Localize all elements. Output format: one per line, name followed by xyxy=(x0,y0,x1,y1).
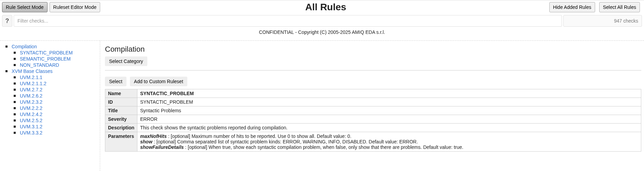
bullet-icon xyxy=(14,113,16,115)
tree-item-label: UVM.2.4.2 xyxy=(20,112,42,117)
rule-tree: Compilation SYNTACTIC_PROBLEM SEMANTIC_P… xyxy=(2,43,100,136)
bullet-icon xyxy=(14,95,16,97)
tree-item[interactable]: UVM.2.1.1.2 xyxy=(2,80,100,87)
tree-item[interactable]: UVM.2.2.2 xyxy=(2,105,100,111)
rule-detail-table: Name SYNTACTIC_PROBLEM ID SYNTACTIC_PROB… xyxy=(105,89,641,152)
bullet-icon xyxy=(5,46,8,48)
tree-item[interactable]: UVM.2.5.2 xyxy=(2,117,100,124)
checks-count: 947 checks xyxy=(563,15,642,27)
bullet-icon xyxy=(14,119,16,122)
td-parameters: maxNofHits : [optional] Maximum number o… xyxy=(137,132,641,152)
tree-item-label: UVM.2.7.2 xyxy=(20,87,42,92)
main: Compilation SYNTACTIC_PROBLEM SEMANTIC_P… xyxy=(0,41,644,171)
tree-item-label: NON_STANDARD xyxy=(20,62,59,68)
tree-item[interactable]: UVM.2.7.2 xyxy=(2,87,100,93)
tree-item[interactable]: UVM.2.6.2 xyxy=(2,93,100,99)
param-line: show : [optional] Comma separated list o… xyxy=(140,139,638,144)
th-id: ID xyxy=(105,98,137,106)
tree-item[interactable]: UVM.3.3.2 xyxy=(2,130,100,136)
td-severity: ERROR xyxy=(137,115,641,124)
tree-item[interactable]: UVM.3.1.2 xyxy=(2,124,100,130)
table-row: ID SYNTACTIC_PROBLEM xyxy=(105,98,641,106)
rule-select-mode-button[interactable]: Rule Select Mode xyxy=(2,2,48,12)
td-title: Syntactic Problems xyxy=(137,106,641,115)
tree-item-label: UVM.2.1.1.2 xyxy=(20,81,46,86)
topbar: Rule Select Mode Ruleset Editor Mode All… xyxy=(0,0,644,14)
select-all-rules-button[interactable]: Select All Rules xyxy=(599,2,640,12)
ruleset-editor-mode-button[interactable]: Ruleset Editor Mode xyxy=(50,2,100,12)
hide-added-rules-button[interactable]: Hide Added Rules xyxy=(549,2,595,12)
table-row: Severity ERROR xyxy=(105,115,641,124)
param-name: show xyxy=(140,139,152,144)
tree-item-label: UVM.2.2.2 xyxy=(20,105,42,111)
copyright-text: CONFIDENTIAL - Copyright (C) 2005-2025 A… xyxy=(0,27,644,38)
td-name: SYNTACTIC_PROBLEM xyxy=(137,89,641,98)
filter-bar: ? 947 checks xyxy=(0,14,644,27)
tree-item[interactable]: UVM.2.4.2 xyxy=(2,111,100,117)
th-title: Title xyxy=(105,106,137,115)
th-parameters: Parameters xyxy=(105,132,137,152)
tree-group-label: XVM Base Classes xyxy=(12,68,53,74)
tree-item-label: UVM.3.1.2 xyxy=(20,124,42,129)
content: Compilation Select Category Select Add t… xyxy=(100,41,644,171)
bullet-icon xyxy=(14,107,16,109)
table-row: Parameters maxNofHits : [optional] Maxim… xyxy=(105,132,641,152)
th-severity: Severity xyxy=(105,115,137,124)
tree-item-label: SEMANTIC_PROBLEM xyxy=(20,56,71,62)
th-name: Name xyxy=(105,89,137,98)
tree-item-label: UVM.2.1.1 xyxy=(20,75,42,80)
tree-item-label: UVM.2.5.2 xyxy=(20,118,42,123)
tree-item[interactable]: NON_STANDARD xyxy=(2,62,100,68)
table-row: Description This check shows the syntact… xyxy=(105,124,641,132)
help-button[interactable]: ? xyxy=(2,15,12,27)
th-description: Description xyxy=(105,124,137,132)
bullet-icon xyxy=(14,101,16,103)
tree-item[interactable]: SEMANTIC_PROBLEM xyxy=(2,56,100,62)
hr xyxy=(105,70,641,71)
bullet-icon xyxy=(14,89,16,91)
bullet-icon xyxy=(14,82,16,85)
table-row: Name SYNTACTIC_PROBLEM xyxy=(105,89,641,98)
param-name: showFailureDetails xyxy=(140,144,184,150)
tree-group-xvm[interactable]: XVM Base Classes xyxy=(2,68,100,74)
param-desc: : [optional] Maximum number of hits to b… xyxy=(167,133,351,139)
tree-item-label: UVM.2.6.2 xyxy=(20,93,42,99)
bullet-icon xyxy=(14,132,16,134)
td-id: SYNTACTIC_PROBLEM xyxy=(137,98,641,106)
tree-item-label: UVM.3.3.2 xyxy=(20,130,42,136)
bullet-icon xyxy=(14,76,16,78)
tree-group-compilation[interactable]: Compilation xyxy=(2,43,100,50)
bullet-icon xyxy=(5,70,8,72)
bullet-icon xyxy=(14,126,16,128)
add-to-custom-ruleset-button[interactable]: Add to Custom Ruleset xyxy=(130,77,187,86)
table-row: Title Syntactic Problems xyxy=(105,106,641,115)
bullet-icon xyxy=(14,52,16,54)
category-title: Compilation xyxy=(105,45,641,54)
param-line: maxNofHits : [optional] Maximum number o… xyxy=(140,133,638,139)
tree-group-label: Compilation xyxy=(12,44,37,49)
page-title: All Rules xyxy=(102,2,549,13)
select-button[interactable]: Select xyxy=(105,77,126,86)
bullet-icon xyxy=(14,64,16,66)
tree-item-label: SYNTACTIC_PROBLEM xyxy=(20,50,73,55)
tree-item[interactable]: SYNTACTIC_PROBLEM xyxy=(2,50,100,56)
tree-item[interactable]: UVM.2.1.1 xyxy=(2,74,100,80)
param-line: showFailureDetails : [optional] When tru… xyxy=(140,144,638,150)
bullet-icon xyxy=(14,58,16,60)
param-desc: : [optional] Comma separated list of syn… xyxy=(152,139,418,144)
tree-item[interactable]: UVM.2.3.2 xyxy=(2,99,100,105)
param-name: maxNofHits xyxy=(140,133,167,139)
filter-checks-input[interactable] xyxy=(14,15,562,27)
td-description: This check shows the syntactic problems … xyxy=(137,124,641,132)
tree-item-label: UVM.2.3.2 xyxy=(20,99,42,105)
param-desc: : [optional] When true, show each syntac… xyxy=(184,144,464,150)
select-category-button[interactable]: Select Category xyxy=(105,56,147,66)
sidebar: Compilation SYNTACTIC_PROBLEM SEMANTIC_P… xyxy=(0,41,100,171)
